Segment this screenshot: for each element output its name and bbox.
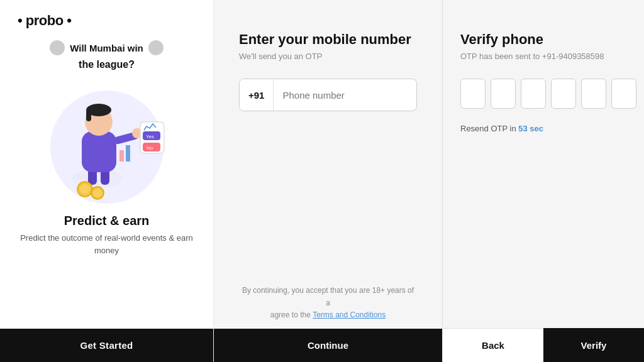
otp-box-1[interactable] (460, 79, 486, 109)
country-code: +91 (240, 79, 274, 111)
right-panel: Verify phone OTP has been sent to +91-94… (443, 0, 644, 362)
resend-otp-text: Resend OTP in 53 sec (460, 124, 626, 133)
svg-text:No: No (147, 145, 153, 151)
middle-content: Enter your mobile number We'll send you … (214, 0, 442, 277)
get-started-button[interactable]: Get Started (0, 329, 213, 362)
otp-sent-subtitle: OTP has been sent to +91-9409358598 (460, 52, 626, 61)
svg-point-15 (80, 184, 90, 194)
right-footer: Back Verify (443, 328, 644, 362)
resend-timer: 53 sec (518, 124, 543, 133)
person-illustration: Yes No (47, 87, 167, 204)
verify-phone-title: Verify phone (460, 31, 626, 48)
illustration: Yes No (38, 78, 176, 204)
question-line1: Will Mumbai win (70, 41, 143, 55)
predict-title: Predict & earn (13, 214, 201, 228)
logo: probo (18, 13, 71, 29)
avatar-right (148, 40, 164, 55)
footer-line1: By continuing, you accept that you are 1… (242, 286, 414, 307)
svg-point-17 (93, 189, 102, 197)
logo-text: probo (26, 13, 64, 28)
question-card: Will Mumbai win the league? (0, 40, 213, 72)
right-content: Verify phone OTP has been sent to +91-94… (443, 0, 644, 328)
phone-input[interactable] (274, 90, 416, 101)
middle-panel: Enter your mobile number We'll send you … (214, 0, 443, 362)
svg-rect-18 (119, 150, 124, 162)
otp-box-3[interactable] (521, 79, 546, 109)
verify-button[interactable]: Verify (543, 328, 644, 362)
predict-section: Predict & earn Predict the outcome of re… (0, 214, 213, 256)
question-badge: Will Mumbai win (50, 40, 164, 55)
phone-input-row[interactable]: +91 (239, 79, 417, 111)
terms-link[interactable]: Terms and Conditions (313, 310, 386, 319)
svg-rect-3 (82, 131, 116, 172)
question-line2: the league? (79, 58, 135, 72)
enter-mobile-title: Enter your mobile number (239, 31, 417, 48)
svg-text:Yes: Yes (146, 134, 154, 140)
svg-rect-6 (86, 110, 91, 121)
resend-prefix: Resend OTP in (460, 124, 518, 133)
footer-text: By continuing, you accept that you are 1… (214, 277, 442, 329)
enter-mobile-subtitle: We'll send you an OTP (239, 52, 417, 61)
footer-line2: agree to the (270, 310, 311, 319)
otp-box-5[interactable] (581, 79, 606, 109)
back-button[interactable]: Back (443, 328, 543, 362)
svg-rect-19 (126, 145, 130, 162)
left-panel: probo Will Mumbai win the league? (0, 0, 214, 362)
otp-box-2[interactable] (491, 79, 516, 109)
continue-button[interactable]: Continue (214, 329, 442, 362)
otp-box-6[interactable] (611, 79, 636, 109)
avatar-left (50, 40, 65, 55)
otp-input-group (460, 79, 626, 109)
predict-desc: Predict the outcome of real-world events… (13, 232, 201, 256)
otp-box-4[interactable] (551, 79, 576, 109)
